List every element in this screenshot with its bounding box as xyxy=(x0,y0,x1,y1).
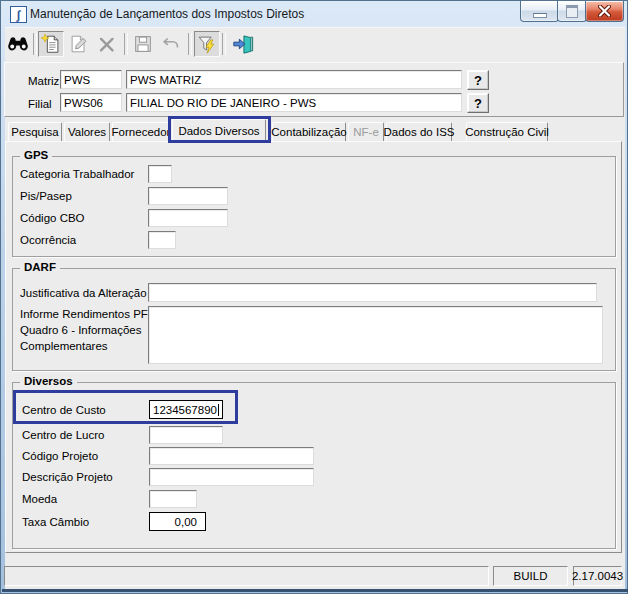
exit-button[interactable] xyxy=(228,31,258,57)
gps-groupbox: GPS xyxy=(12,156,616,257)
statusbar-version-cell: 2.17.0043 xyxy=(573,566,622,586)
filter-lightning-icon xyxy=(196,33,218,55)
centro-de-custo-highlight-annotation xyxy=(13,390,238,424)
tab-nfe[interactable]: NF-e xyxy=(348,122,384,141)
save-disk-icon xyxy=(132,33,154,55)
binoculars-search-icon xyxy=(7,33,29,55)
toolbar-separator xyxy=(33,33,37,55)
matriz-code-value: PWS xyxy=(64,74,90,86)
toolbar-separator xyxy=(222,33,226,55)
tab-construcao-civil[interactable]: Construção Civil xyxy=(466,122,548,141)
toolbar-separator xyxy=(188,33,192,55)
edit-document-icon xyxy=(68,33,90,55)
filial-help-button[interactable]: ? xyxy=(467,93,489,113)
matriz-description-field[interactable]: PWS MATRIZ xyxy=(126,70,462,89)
undo-button[interactable] xyxy=(158,31,184,57)
maximize-icon xyxy=(566,5,578,18)
statusbar-message-cell xyxy=(4,566,489,586)
tab-valores[interactable]: Valores xyxy=(64,122,110,141)
filter-button[interactable] xyxy=(194,31,220,57)
tab-fornecedor[interactable]: Fornecedor xyxy=(112,122,170,141)
tab-dados-do-iss[interactable]: Dados do ISS xyxy=(386,122,452,141)
window-title: Manutenção de Lançamentos dos Impostos D… xyxy=(30,7,304,21)
minimize-button[interactable] xyxy=(520,1,559,22)
diversos-group-title: Diversos xyxy=(20,375,77,387)
maximize-button[interactable] xyxy=(557,1,587,22)
frame-bottom-edge xyxy=(2,589,628,592)
search-button[interactable] xyxy=(5,31,31,57)
matriz-description-value: PWS MATRIZ xyxy=(130,74,201,86)
filial-code-field[interactable]: PWS06 xyxy=(60,93,122,112)
matriz-help-button[interactable]: ? xyxy=(467,70,489,90)
filial-code-value: PWS06 xyxy=(64,97,103,109)
delete-record-button[interactable] xyxy=(94,31,120,57)
new-document-icon xyxy=(40,33,62,55)
matriz-code-field[interactable]: PWS xyxy=(60,70,122,89)
gps-group-title: GPS xyxy=(20,149,52,161)
undo-arrow-icon xyxy=(160,33,182,55)
tab-highlight-annotation xyxy=(168,116,271,143)
minimize-icon xyxy=(533,13,547,18)
exit-door-icon xyxy=(231,33,255,55)
save-button[interactable] xyxy=(130,31,156,57)
filial-description-field[interactable]: FILIAL DO RIO DE JANEIRO - PWS xyxy=(126,93,462,112)
darf-group-title: DARF xyxy=(20,261,60,273)
delete-x-icon xyxy=(96,33,118,55)
build-label: BUILD xyxy=(514,570,548,582)
statusbar-build-cell: BUILD xyxy=(493,566,568,586)
close-icon xyxy=(598,5,611,17)
edit-record-button[interactable] xyxy=(66,31,92,57)
darf-groupbox: DARF xyxy=(12,268,616,371)
filial-label: Filial xyxy=(28,98,52,110)
new-record-button[interactable] xyxy=(38,31,64,57)
tab-pesquisa[interactable]: Pesquisa xyxy=(8,122,62,141)
close-button[interactable] xyxy=(585,1,624,22)
version-value: 2.17.0043 xyxy=(572,570,623,582)
toolbar-separator xyxy=(124,33,128,55)
matriz-label: Matriz xyxy=(28,75,59,87)
filial-description-value: FILIAL DO RIO DE JANEIRO - PWS xyxy=(130,97,316,109)
app-icon: ∫ xyxy=(10,6,27,23)
tab-contabilizacao[interactable]: Contabilização xyxy=(272,122,346,141)
